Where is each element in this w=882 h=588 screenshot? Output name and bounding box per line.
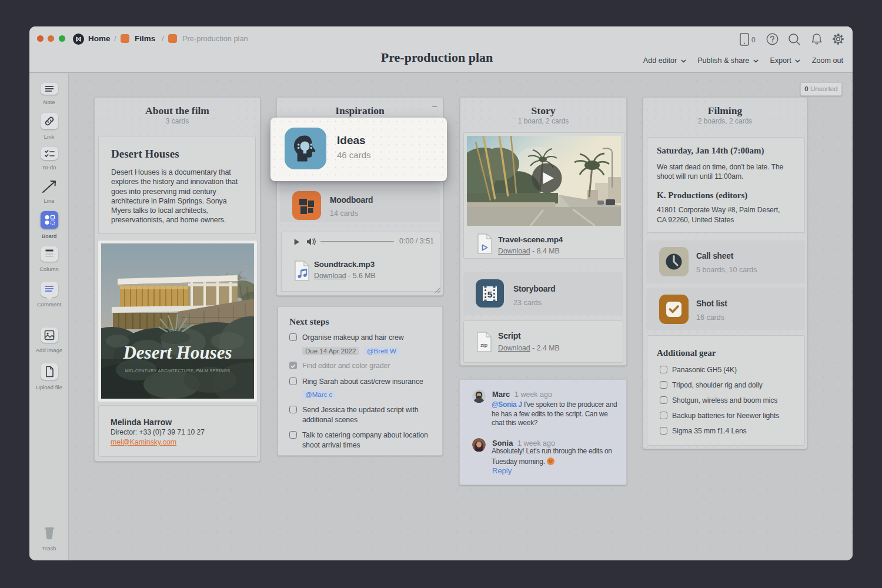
svg-text:zip: zip: [480, 342, 487, 348]
svg-text:5: 5: [487, 289, 493, 299]
svg-text:Desert Houses: Desert Houses: [122, 342, 232, 363]
svg-text:MID-CENTURY ARCHITECTURE, PALM: MID-CENTURY ARCHITECTURE, PALM SPRINGS: [125, 368, 230, 373]
